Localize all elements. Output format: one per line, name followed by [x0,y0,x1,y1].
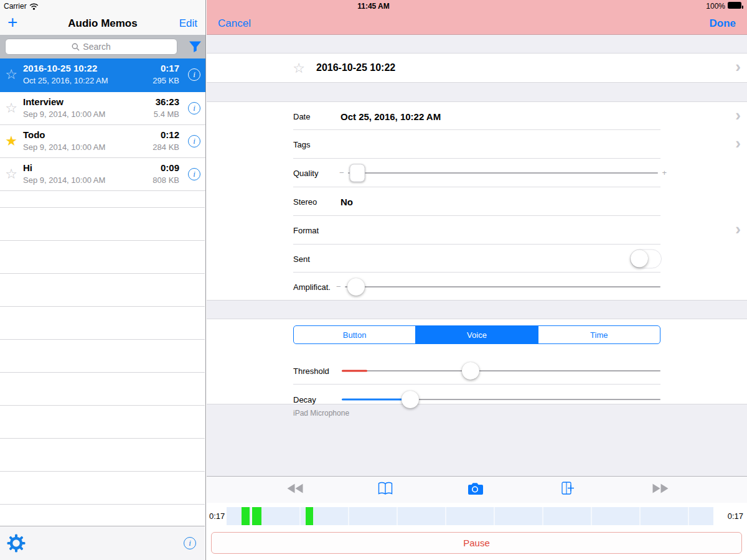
decay-row: Decay [207,385,747,413]
done-button[interactable]: Done [710,17,736,30]
fast-forward-button[interactable] [652,483,669,496]
info-icon[interactable]: i [188,68,200,81]
threshold-slider[interactable] [342,362,660,380]
threshold-level-meter [342,370,367,371]
segment-voice[interactable]: Voice [416,326,538,343]
search-icon [72,43,80,51]
sent-toggle-knob[interactable] [631,250,648,267]
star-icon[interactable]: ☆ [291,60,307,77]
quality-slider-track[interactable] [348,172,658,174]
elapsed-time: 0:17 [209,511,228,521]
recording-name: Interview [23,96,105,107]
decay-slider-fill [342,398,410,400]
amplification-slider-thumb[interactable] [347,278,365,296]
add-bookmark-icon [560,482,576,496]
stereo-row[interactable]: Stereo No [207,187,747,216]
waveform-activity-bar [252,507,262,525]
sidebar-title: Audio Memos [0,17,205,30]
recording-row[interactable]: ☆ Interview Sep 9, 2014, 10:00 AM 36:23 … [0,92,205,125]
chevron-right-icon: › [735,57,741,77]
bookmarks-button[interactable] [377,482,393,498]
minus-icon: − [339,168,344,177]
recording-size: 5.4 MB [154,110,179,119]
waveform-activity-bar [242,507,250,525]
pause-button[interactable]: Pause [211,532,742,554]
segment-time[interactable]: Time [538,326,660,343]
clock-label: 11:45 AM [0,2,747,11]
chevron-right-icon: › [735,105,741,124]
amplification-row: Amplificat. − [207,273,747,301]
recording-row[interactable]: ★ Todo Sep 9, 2014, 10:00 AM 0:12 284 KB… [0,125,205,158]
sent-toggle[interactable] [630,249,662,268]
activation-group: Button Voice Time Threshold Decay [207,319,747,404]
recording-date: Sep 9, 2014, 10:00 AM [23,110,105,119]
quality-slider-thumb[interactable] [349,164,365,182]
sent-row: Sent [207,245,747,273]
recording-row[interactable]: ☆ 2016-10-25 10:22 Oct 25, 2016, 10:22 A… [0,58,205,92]
status-bar: Carrier 11:45 AM 100% [0,0,747,12]
recording-date: Sep 9, 2014, 10:00 AM [23,142,105,152]
format-row[interactable]: Format › [207,216,747,245]
search-input[interactable]: Search [5,39,177,55]
waveform-strip[interactable] [227,507,713,525]
recording-duration: 36:23 [154,96,179,107]
amplification-label: Amplificat. [293,282,331,292]
recording-duration: 0:17 [153,63,179,73]
filter-funnel-icon [189,40,202,53]
sidebar-bottom-bar: i [0,526,205,560]
segment-button[interactable]: Button [294,326,416,343]
star-icon[interactable]: ☆ [3,67,19,83]
remaining-time: 0:17 [725,511,743,521]
date-value: Oct 25, 2016, 10:22 AM [341,111,441,121]
decay-label: Decay [293,394,316,404]
quality-label: Quality [293,169,318,178]
decay-slider-thumb[interactable] [402,391,419,408]
recording-row[interactable]: ☆ Hi Sep 9, 2014, 10:00 AM 0:09 808 KB i [0,158,205,191]
threshold-slider-thumb[interactable] [462,362,479,380]
recording-name: 2016-10-25 10:22 [23,63,108,73]
cancel-button[interactable]: Cancel [218,17,251,30]
star-icon[interactable]: ★ [3,133,19,149]
quality-slider[interactable]: − + [348,164,658,182]
filter-button[interactable] [189,40,202,55]
recording-duration: 0:12 [153,129,179,140]
about-info-button[interactable]: i [184,537,196,549]
date-label: Date [293,111,310,121]
tags-label: Tags [293,140,310,149]
camera-icon [467,482,484,495]
add-bookmark-button[interactable] [560,482,576,498]
edit-button[interactable]: Edit [179,17,197,30]
recordings-list: ☆ 2016-10-25 10:22 Oct 25, 2016, 10:22 A… [0,58,205,191]
recording-size: 808 KB [153,175,179,185]
activation-segmented-control: Button Voice Time [293,325,660,344]
chevron-right-icon: › [735,220,741,239]
search-strip: Search [0,35,205,58]
info-icon[interactable]: i [188,135,200,147]
plus-icon: + [662,168,667,177]
battery-icon [728,2,743,11]
date-row[interactable]: Date Oct 25, 2016, 10:22 AM › [207,102,747,130]
info-icon[interactable]: i [188,102,200,114]
star-icon[interactable]: ☆ [3,166,19,182]
recording-title: 2016-10-25 10:22 [316,62,395,73]
info-icon[interactable]: i [188,168,200,180]
playback-toolbar [207,476,747,503]
recordings-sidebar: + Audio Memos Edit Search ☆ [0,0,206,560]
recording-size: 295 KB [153,76,179,85]
decay-slider[interactable] [342,390,660,409]
tags-row[interactable]: Tags › [207,130,747,159]
empty-list-separators [0,191,205,526]
recording-title-row[interactable]: ☆ 2016-10-25 10:22 › [207,53,747,83]
fast-forward-icon [652,483,669,493]
amplification-slider[interactable]: − [345,278,660,296]
settings-button[interactable] [7,534,26,555]
threshold-label: Threshold [293,366,329,375]
rewind-button[interactable] [287,483,304,496]
gear-icon [7,534,26,553]
recording-duration: 0:09 [153,162,179,173]
amplification-slider-track[interactable] [345,286,660,287]
star-icon[interactable]: ☆ [3,100,19,116]
photo-button[interactable] [467,482,484,498]
recording-name: Todo [23,129,105,140]
threshold-slider-track[interactable] [342,370,660,371]
